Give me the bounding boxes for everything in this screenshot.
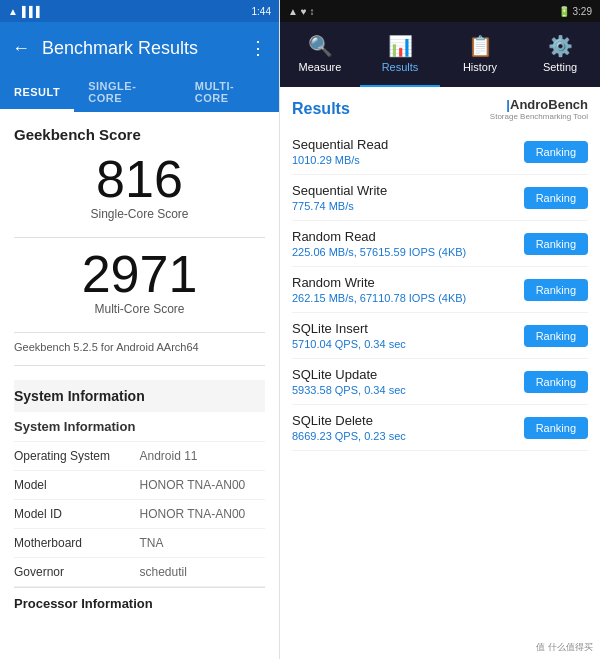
ranking-button-rand-write[interactable]: Ranking bbox=[524, 279, 588, 301]
table-row: Operating System Android 11 bbox=[14, 442, 265, 471]
info-key: Governor bbox=[14, 558, 140, 587]
more-button[interactable]: ⋮ bbox=[249, 37, 267, 59]
logo-text: |AndroBench bbox=[506, 97, 588, 112]
result-sequential-read: Sequential Read 1010.29 MB/s Ranking bbox=[292, 129, 588, 175]
info-table: System Information Operating System Andr… bbox=[14, 412, 265, 587]
info-value: HONOR TNA-AN00 bbox=[140, 471, 266, 500]
tab-single-core[interactable]: SINGLE-CORE bbox=[74, 74, 181, 112]
processor-info-header: Processor Information bbox=[14, 587, 265, 615]
setting-icon: ⚙️ bbox=[548, 34, 573, 58]
nav-results[interactable]: 📊 Results bbox=[360, 22, 440, 87]
info-value: Android 11 bbox=[140, 442, 266, 471]
nav-setting[interactable]: ⚙️ Setting bbox=[520, 22, 600, 87]
info-key: System Information bbox=[14, 412, 140, 442]
info-key: Motherboard bbox=[14, 529, 140, 558]
info-value: TNA bbox=[140, 529, 266, 558]
androbench-logo: |AndroBench Storage Benchmarking Tool bbox=[490, 97, 588, 121]
signal-icon: ▌▌▌ bbox=[22, 6, 43, 17]
table-row: Governor schedutil bbox=[14, 558, 265, 587]
result-info: Sequential Read 1010.29 MB/s bbox=[292, 137, 388, 166]
result-name: Random Read bbox=[292, 229, 466, 244]
result-value: 8669.23 QPS, 0.23 sec bbox=[292, 430, 406, 442]
result-name: SQLite Insert bbox=[292, 321, 406, 336]
table-row: System Information bbox=[14, 412, 265, 442]
right-statusbar: ▲ ♥ ↕ 🔋 3:29 bbox=[280, 0, 600, 22]
right-panel: ▲ ♥ ↕ 🔋 3:29 🔍 Measure 📊 Results 📋 Histo… bbox=[280, 0, 600, 659]
info-key: Operating System bbox=[14, 442, 140, 471]
result-info: Random Write 262.15 MB/s, 67110.78 IOPS … bbox=[292, 275, 466, 304]
left-tabs: RESULT SINGLE-CORE MULTI-CORE bbox=[0, 74, 279, 112]
back-button[interactable]: ← bbox=[12, 38, 30, 59]
results-title: Results bbox=[292, 100, 350, 118]
result-value: 5710.04 QPS, 0.34 sec bbox=[292, 338, 406, 350]
result-sqlite-update: SQLite Update 5933.58 QPS, 0.34 sec Rank… bbox=[292, 359, 588, 405]
result-info: SQLite Delete 8669.23 QPS, 0.23 sec bbox=[292, 413, 406, 442]
info-value bbox=[140, 412, 266, 442]
info-value: schedutil bbox=[140, 558, 266, 587]
nav-history[interactable]: 📋 History bbox=[440, 22, 520, 87]
ranking-button-seq-read[interactable]: Ranking bbox=[524, 141, 588, 163]
info-key: Model bbox=[14, 471, 140, 500]
result-random-read: Random Read 225.06 MB/s, 57615.59 IOPS (… bbox=[292, 221, 588, 267]
ranking-button-rand-read[interactable]: Ranking bbox=[524, 233, 588, 255]
ranking-button-seq-write[interactable]: Ranking bbox=[524, 187, 588, 209]
result-value: 775.74 MB/s bbox=[292, 200, 387, 212]
multi-core-score: 2971 bbox=[14, 248, 265, 300]
multi-core-label: Multi-Core Score bbox=[14, 302, 265, 316]
result-info: Sequential Write 775.74 MB/s bbox=[292, 183, 387, 212]
geekbench-section-title: Geekbench Score bbox=[14, 126, 265, 143]
result-sequential-write: Sequential Write 775.74 MB/s Ranking bbox=[292, 175, 588, 221]
score-divider bbox=[14, 237, 265, 238]
result-sqlite-delete: SQLite Delete 8669.23 QPS, 0.23 sec Rank… bbox=[292, 405, 588, 451]
single-core-block: 816 Single-Core Score bbox=[14, 153, 265, 221]
right-battery-icon: 🔋 bbox=[558, 6, 570, 17]
multi-core-block: 2971 Multi-Core Score bbox=[14, 248, 265, 316]
single-core-score: 816 bbox=[14, 153, 265, 205]
system-info-header: System Information bbox=[14, 380, 265, 412]
table-row: Model HONOR TNA-AN00 bbox=[14, 471, 265, 500]
geekbench-version: Geekbench 5.2.5 for Android AArch64 bbox=[14, 332, 265, 366]
left-panel: ▲ ▌▌▌ 1:44 ← Benchmark Results ⋮ RESULT … bbox=[0, 0, 280, 659]
ranking-button-sqlite-insert[interactable]: Ranking bbox=[524, 325, 588, 347]
ranking-button-sqlite-update[interactable]: Ranking bbox=[524, 371, 588, 393]
left-header: ← Benchmark Results ⋮ bbox=[0, 22, 279, 74]
table-row: Model ID HONOR TNA-AN00 bbox=[14, 500, 265, 529]
result-random-write: Random Write 262.15 MB/s, 67110.78 IOPS … bbox=[292, 267, 588, 313]
single-core-label: Single-Core Score bbox=[14, 207, 265, 221]
right-time: 3:29 bbox=[573, 6, 592, 17]
result-info: Random Read 225.06 MB/s, 57615.59 IOPS (… bbox=[292, 229, 466, 258]
result-name: Sequential Write bbox=[292, 183, 387, 198]
right-content: Results |AndroBench Storage Benchmarking… bbox=[280, 87, 600, 659]
ranking-button-sqlite-delete[interactable]: Ranking bbox=[524, 417, 588, 439]
result-name: SQLite Delete bbox=[292, 413, 406, 428]
watermark: 值 什么值得买 bbox=[533, 640, 596, 655]
result-name: SQLite Update bbox=[292, 367, 406, 382]
result-name: Random Write bbox=[292, 275, 466, 290]
tab-multi-core[interactable]: MULTI-CORE bbox=[181, 74, 279, 112]
table-row: Motherboard TNA bbox=[14, 529, 265, 558]
info-value: HONOR TNA-AN00 bbox=[140, 500, 266, 529]
right-nav: 🔍 Measure 📊 Results 📋 History ⚙️ Setting bbox=[280, 22, 600, 87]
tab-result[interactable]: RESULT bbox=[0, 74, 74, 112]
left-status-right: 1:44 bbox=[252, 6, 271, 17]
result-value: 225.06 MB/s, 57615.59 IOPS (4KB) bbox=[292, 246, 466, 258]
results-header: Results |AndroBench Storage Benchmarking… bbox=[292, 97, 588, 121]
info-key: Model ID bbox=[14, 500, 140, 529]
left-content: Geekbench Score 816 Single-Core Score 29… bbox=[0, 112, 279, 659]
wifi-icon: ▲ bbox=[8, 6, 18, 17]
left-status-icons: ▲ ▌▌▌ bbox=[8, 6, 43, 17]
nav-measure[interactable]: 🔍 Measure bbox=[280, 22, 360, 87]
result-sqlite-insert: SQLite Insert 5710.04 QPS, 0.34 sec Rank… bbox=[292, 313, 588, 359]
left-time: 1:44 bbox=[252, 6, 271, 17]
result-info: SQLite Insert 5710.04 QPS, 0.34 sec bbox=[292, 321, 406, 350]
result-info: SQLite Update 5933.58 QPS, 0.34 sec bbox=[292, 367, 406, 396]
result-value: 5933.58 QPS, 0.34 sec bbox=[292, 384, 406, 396]
result-value: 262.15 MB/s, 67110.78 IOPS (4KB) bbox=[292, 292, 466, 304]
history-icon: 📋 bbox=[468, 34, 493, 58]
system-info-section: System Information System Information Op… bbox=[14, 380, 265, 615]
results-icon: 📊 bbox=[388, 34, 413, 58]
left-statusbar: ▲ ▌▌▌ 1:44 bbox=[0, 0, 279, 22]
logo-sub: Storage Benchmarking Tool bbox=[490, 112, 588, 121]
right-wifi-icon: ▲ ♥ ↕ bbox=[288, 6, 314, 17]
measure-icon: 🔍 bbox=[308, 34, 333, 58]
